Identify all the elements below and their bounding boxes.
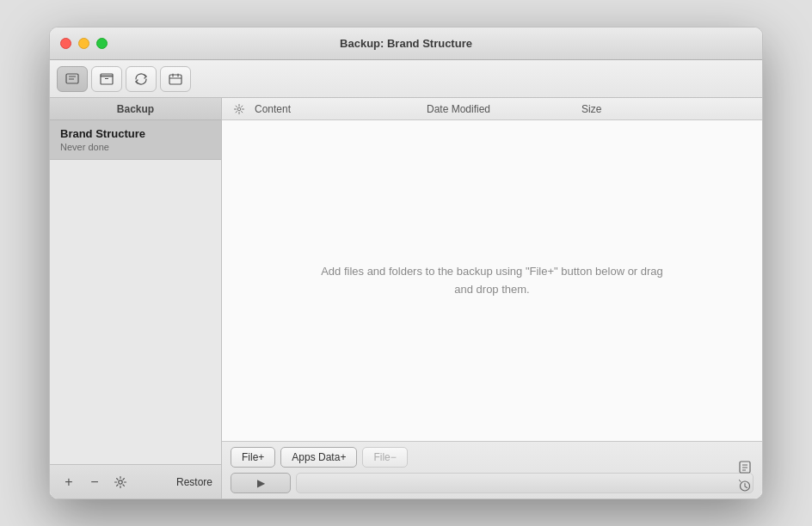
progress-bar <box>296 473 754 493</box>
progress-row: ▶ <box>231 473 754 493</box>
column-header-content: Content <box>255 103 427 115</box>
sidebar-item-subtitle: Never done <box>60 142 211 152</box>
column-header-size: Size <box>581 103 667 115</box>
column-header-date: Date Modified <box>427 103 581 115</box>
content-pane-wrapper: Content Date Modified Size Add files and… <box>222 98 762 498</box>
titlebar: Backup: Brand Structure <box>50 28 762 60</box>
sidebar: Backup Brand Structure Never done + − Re… <box>50 98 222 498</box>
main-content: Backup Brand Structure Never done + − Re… <box>50 98 762 498</box>
traffic-lights <box>60 38 108 49</box>
app-window: Backup: Brand Structure <box>49 27 763 499</box>
sidebar-item-name: Brand Structure <box>60 127 211 140</box>
play-icon: ▶ <box>257 477 265 489</box>
backup-tab-button[interactable] <box>57 66 88 92</box>
svg-point-11 <box>237 107 241 111</box>
sync-tab-button[interactable] <box>126 66 157 92</box>
log-icon[interactable] <box>736 459 754 474</box>
bottom-bar: File+ Apps Data+ File− ▶ <box>222 441 762 498</box>
svg-rect-6 <box>169 75 181 84</box>
toolbar <box>50 60 762 98</box>
restore-button[interactable]: Restore <box>176 476 212 488</box>
history-icon[interactable] <box>736 478 754 493</box>
minimize-button[interactable] <box>78 38 89 49</box>
sidebar-item[interactable]: Brand Structure Never done <box>50 120 221 160</box>
sidebar-header: Backup <box>50 98 221 120</box>
action-buttons: File+ Apps Data+ File− <box>231 447 754 468</box>
content-header: Content Date Modified Size <box>222 98 762 120</box>
settings-button[interactable] <box>110 474 131 491</box>
remove-backup-button[interactable]: − <box>84 474 105 491</box>
play-button[interactable]: ▶ <box>231 473 291 493</box>
sidebar-list: Brand Structure Never done <box>50 120 221 464</box>
svg-point-10 <box>119 480 122 483</box>
content-body: Add files and folders to the backup usin… <box>222 120 762 441</box>
file-plus-button[interactable]: File+ <box>231 447 275 468</box>
window-title: Backup: Brand Structure <box>340 37 472 50</box>
empty-message: Add files and folders to the backup usin… <box>320 263 664 299</box>
schedule-tab-button[interactable] <box>160 66 191 92</box>
maximize-button[interactable] <box>96 38 108 49</box>
file-minus-button[interactable]: File− <box>362 447 407 468</box>
add-backup-button[interactable]: + <box>58 474 79 491</box>
sidebar-footer: + − Restore <box>50 464 221 498</box>
bottom-icons <box>736 459 754 493</box>
close-button[interactable] <box>60 38 71 49</box>
apps-data-plus-button[interactable]: Apps Data+ <box>280 447 357 468</box>
archive-tab-button[interactable] <box>91 66 122 92</box>
content-settings-icon[interactable] <box>231 101 248 118</box>
content-pane: Content Date Modified Size Add files and… <box>222 98 762 498</box>
